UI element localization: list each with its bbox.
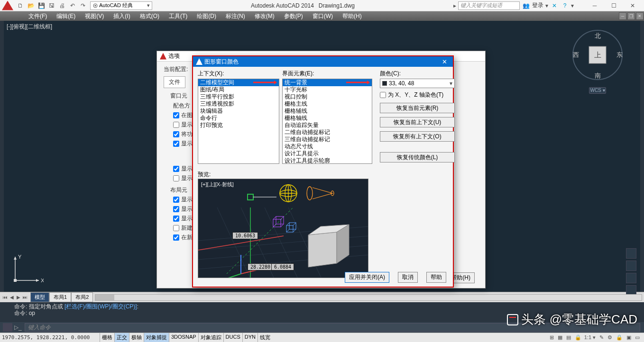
element-item[interactable]: 栅格主线 — [283, 100, 372, 108]
status-toggle-线宽[interactable]: 线宽 — [258, 333, 272, 342]
element-item[interactable]: 设计工具提示 — [283, 150, 372, 157]
help-icon[interactable]: ? — [561, 1, 569, 10]
tab-layout2[interactable]: 布局2 — [71, 292, 93, 302]
status-toggle-极轴[interactable]: 极轴 — [129, 333, 144, 342]
tab-prev-button[interactable]: ◀ — [9, 295, 15, 300]
wcs-badge[interactable]: WCS ▾ — [589, 87, 606, 94]
element-item[interactable]: 统一背景 — [283, 79, 372, 86]
close-button[interactable]: ✕ — [623, 0, 642, 11]
status-toggle-对象追踪[interactable]: 对象追踪 — [198, 333, 223, 342]
menu-绘图[interactable]: 绘图(D) — [192, 11, 221, 21]
menu-工具[interactable]: 工具(T) — [164, 11, 192, 21]
chk-layout1[interactable] — [173, 197, 179, 203]
restore-context-button[interactable]: 恢复当前上下文(U) — [380, 117, 455, 127]
context-item[interactable]: 打印预览 — [198, 122, 279, 129]
restore-classic-button[interactable]: 恢复传统颜色(L) — [380, 152, 455, 162]
context-item[interactable]: 二维模型空间 — [198, 79, 279, 86]
color-dialog-titlebar[interactable]: 图形窗口颜色 ✕ — [193, 56, 453, 67]
status-toggle-栅格[interactable]: 栅格 — [100, 333, 114, 342]
element-item[interactable]: 视口控制 — [283, 93, 372, 100]
h-scrollbar[interactable] — [95, 294, 642, 301]
print-icon[interactable]: 🖨 — [58, 1, 66, 10]
search-icon[interactable]: 👥 — [522, 1, 530, 10]
help-button[interactable]: 帮助 — [426, 272, 446, 283]
annotation-visibility-icon[interactable]: ✎ — [598, 334, 605, 341]
search-input[interactable]: 键入关键字或短语 — [458, 1, 520, 10]
status-toggle-正交[interactable]: 正交 — [114, 333, 129, 342]
context-item[interactable]: 三维透视投影 — [198, 100, 279, 108]
chk-large-buttons[interactable] — [173, 131, 179, 137]
tint-checkbox[interactable] — [380, 92, 386, 98]
chk-show-rollover[interactable] — [173, 166, 179, 172]
viewport-label[interactable]: [-][俯视][二维线框] — [7, 23, 52, 31]
chk-layout4[interactable] — [173, 225, 179, 231]
menu-标注[interactable]: 标注(N) — [221, 11, 250, 21]
color-dialog-close-button[interactable]: ✕ — [439, 58, 450, 65]
color-dropdown[interactable]: 33, 40, 48 ▾ — [380, 79, 455, 88]
nav-zoom-icon[interactable] — [626, 273, 636, 283]
chk-show-file-tabs[interactable] — [173, 175, 179, 181]
apply-close-button[interactable]: 应用并关闭(A) — [345, 272, 389, 283]
saveas-icon[interactable]: 🖫 — [47, 1, 56, 10]
menu-插入[interactable]: 插入(I) — [109, 11, 135, 21]
element-item[interactable]: 动态尺寸线 — [283, 143, 372, 150]
context-item[interactable]: 图纸/布局 — [198, 86, 279, 93]
context-item[interactable]: 块编辑器 — [198, 108, 279, 115]
menu-视图[interactable]: 视图(V) — [80, 11, 109, 21]
menu-编辑[interactable]: 编辑(E) — [52, 11, 80, 21]
context-listbox[interactable]: 二维模型空间图纸/布局三维平行投影三维透视投影块编辑器命令行打印预览 — [198, 79, 279, 164]
tab-next-button[interactable]: ▶ — [15, 295, 22, 300]
customize-icon[interactable] — [3, 323, 12, 332]
menu-修改[interactable]: 修改(M) — [250, 11, 279, 21]
element-item[interactable]: 自动追踪矢量 — [283, 122, 372, 129]
chk-layout2[interactable] — [173, 206, 179, 212]
context-item[interactable]: 命令行 — [198, 115, 279, 122]
tab-layout1[interactable]: 布局1 — [49, 292, 71, 302]
redo-icon[interactable]: ↷ — [79, 1, 87, 10]
left-toolbar[interactable] — [0, 21, 4, 292]
model-button[interactable]: ⊞ — [548, 334, 555, 341]
cancel-button[interactable]: 取消 — [398, 272, 418, 283]
restore-element-button[interactable]: 恢复当前元素(R) — [380, 103, 455, 113]
menu-参数[interactable]: 参数(P) — [279, 11, 308, 21]
menu-格式[interactable]: 格式(O) — [135, 11, 164, 21]
exchange-icon[interactable]: ✕ — [550, 1, 559, 10]
mdi-close-button[interactable]: ✕ — [636, 12, 644, 20]
qv-drawing-icon[interactable]: ▤ — [565, 334, 572, 341]
chk-layout3[interactable] — [173, 216, 179, 222]
element-listbox[interactable]: 统一背景十字光标视口控制栅格主线栅格辅线栅格轴线自动追踪矢量二维自动捕捉标记三维… — [282, 79, 372, 164]
element-item[interactable]: 栅格轴线 — [283, 115, 372, 122]
maximize-button[interactable]: ☐ — [604, 0, 623, 11]
chk-tooltips[interactable] — [173, 141, 179, 147]
lock-ui-icon[interactable]: 🔒 — [615, 334, 624, 341]
viewcube[interactable]: 北 西 东 南 上 — [569, 27, 626, 83]
menu-文件[interactable]: 文件(F) — [24, 11, 52, 21]
hardware-accel-icon[interactable]: ▣ — [625, 334, 633, 341]
status-toggle-DYN[interactable]: DYN — [242, 333, 258, 342]
tab-last-button[interactable]: ⏭ — [22, 295, 28, 300]
tab-model[interactable]: 模型 — [30, 292, 49, 302]
restore-all-button[interactable]: 恢复所有上下文(O) — [380, 131, 455, 142]
coordinates[interactable]: 1970.2575, 1928.2221, 0.0000 — [0, 334, 100, 341]
chk-drawing-status[interactable] — [173, 122, 179, 128]
minimize-button[interactable]: ─ — [585, 0, 604, 11]
workspace-selector[interactable]: AutoCAD 经典 ▾ — [90, 1, 152, 10]
menu-帮助[interactable]: 帮助(H) — [338, 11, 367, 21]
signin-button[interactable]: 登录 — [532, 1, 543, 10]
tab-files[interactable]: 文件 — [164, 76, 185, 88]
qv-layout-icon[interactable]: ▦ — [556, 334, 564, 341]
app-logo-icon[interactable] — [2, 1, 13, 10]
save-icon[interactable]: 💾 — [37, 1, 46, 10]
element-item[interactable]: 栅格辅线 — [283, 108, 372, 115]
chk-layout5[interactable] — [173, 234, 179, 241]
element-item[interactable]: 三维自动捕捉标记 — [283, 136, 372, 143]
mdi-restore-button[interactable]: ❐ — [627, 12, 635, 20]
open-icon[interactable]: 📂 — [27, 1, 35, 10]
status-toggle-对象捕捉[interactable]: 对象捕捉 — [144, 333, 169, 342]
nav-pan-icon[interactable] — [626, 261, 636, 271]
mdi-minimize-button[interactable]: ─ — [619, 12, 626, 20]
undo-icon[interactable]: ↶ — [68, 1, 77, 10]
element-item[interactable]: 二维自动捕捉标记 — [283, 129, 372, 136]
clean-screen-icon[interactable]: ▭ — [634, 334, 641, 341]
tab-first-button[interactable]: ⏮ — [2, 295, 9, 300]
